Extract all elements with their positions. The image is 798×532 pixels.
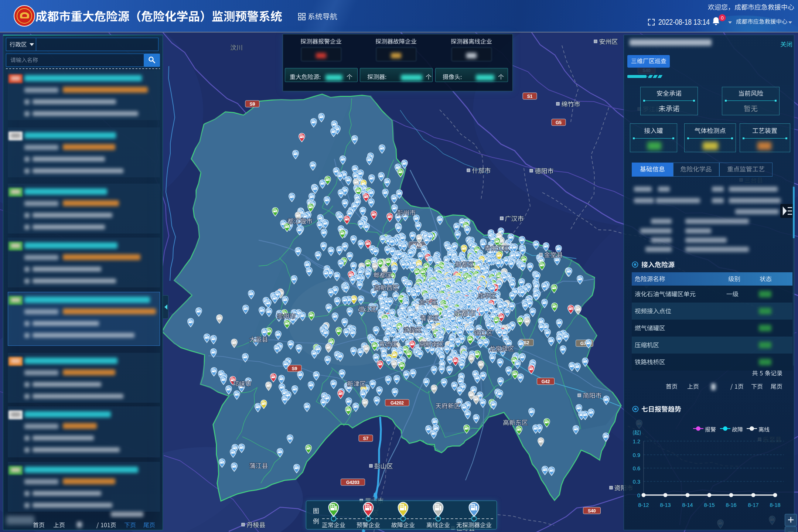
svg-text:8-17: 8-17 — [748, 502, 758, 508]
svg-text:8-13: 8-13 — [660, 502, 671, 508]
svg-text:8-16: 8-16 — [726, 502, 736, 508]
svg-text:8-15: 8-15 — [704, 502, 715, 508]
svg-text:0: 0 — [721, 15, 723, 21]
svg-text:0.3: 0.3 — [633, 479, 640, 485]
svg-text:1.2: 1.2 — [633, 439, 640, 444]
svg-text:0.9: 0.9 — [633, 452, 640, 458]
svg-text:0.6: 0.6 — [633, 466, 640, 471]
svg-text:8-12: 8-12 — [638, 502, 649, 508]
svg-text:8-18: 8-18 — [770, 502, 780, 508]
svg-text:2022-08-18 13:14: 2022-08-18 13:14 — [658, 18, 710, 27]
svg-text:8-14: 8-14 — [682, 502, 693, 508]
svg-text:0: 0 — [637, 492, 640, 498]
